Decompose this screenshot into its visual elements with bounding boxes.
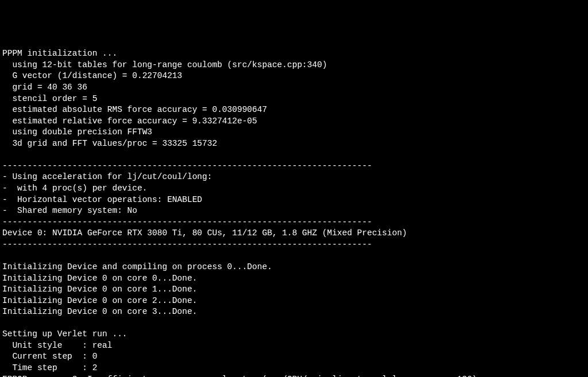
terminal-line: ----------------------------------------…	[2, 239, 586, 251]
terminal-line: using 12-bit tables for long-range coulo…	[2, 60, 586, 71]
terminal-line: using double precision FFTW3	[2, 127, 586, 138]
terminal-line: Initializing Device 0 on core 1...Done.	[2, 284, 586, 296]
terminal-line: - Shared memory system: No	[2, 205, 586, 217]
terminal-line: Initializing Device 0 on core 2...Done.	[2, 296, 586, 307]
terminal-line: - Using acceleration for lj/cut/coul/lon…	[2, 172, 586, 183]
terminal-line: estimated absolute RMS force accuracy = …	[2, 104, 586, 116]
terminal-line: PPPM initialization ...	[2, 48, 586, 60]
terminal-line: Initializing Device and compiling on pro…	[2, 262, 586, 273]
terminal-line: ----------------------------------------…	[2, 161, 586, 172]
terminal-line: estimated relative force accuracy = 9.33…	[2, 116, 586, 127]
terminal-line: - with 4 proc(s) per device.	[2, 183, 586, 195]
terminal-line	[2, 149, 586, 161]
terminal-line: stencil order = 5	[2, 94, 586, 105]
terminal-line	[2, 318, 586, 329]
terminal-line: Device 0: NVIDIA GeForce RTX 3080 Ti, 80…	[2, 228, 586, 239]
terminal-line: Unit style : real	[2, 340, 586, 352]
terminal-line: grid = 40 36 36	[2, 82, 586, 94]
terminal-line: Initializing Device 0 on core 0...Done.	[2, 273, 586, 285]
terminal-output: PPPM initialization ... using 12-bit tab…	[2, 48, 586, 377]
terminal-line: 3d grid and FFT values/proc = 33325 1573…	[2, 138, 586, 150]
terminal-line: ----------------------------------------…	[2, 217, 586, 228]
terminal-line: Initializing Device 0 on core 3...Done.	[2, 306, 586, 318]
terminal-line	[2, 250, 586, 262]
terminal-line: ERROR on proc 3: Insufficient memory on …	[2, 374, 586, 377]
terminal-line: G vector (1/distance) = 0.22704213	[2, 71, 586, 82]
terminal-line: Setting up Verlet run ...	[2, 329, 586, 340]
terminal-line: - Horizontal vector operations: ENABLED	[2, 195, 586, 206]
terminal-line: Current step : 0	[2, 351, 586, 363]
terminal-line: Time step : 2	[2, 363, 586, 374]
